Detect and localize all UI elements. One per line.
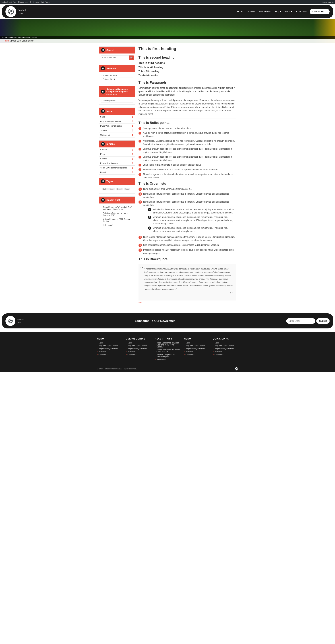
recent-post-1[interactable]: Diego Maradona's "Hand of God" and "Goal… xyxy=(103,206,133,210)
newsletter-submit-button[interactable]: Submit xyxy=(316,318,330,324)
heading-3: This is third heading xyxy=(138,61,236,64)
smenu-item-youth-dev[interactable]: Youth Development Programs ❯ xyxy=(99,166,135,170)
menu-item-contact[interactable]: Contact Us ❯ xyxy=(99,133,135,137)
admin-edit-page[interactable]: Edit Page xyxy=(41,1,50,3)
footer-recent-2[interactable]: Tickets on Sale for 1st Home Game of 202… xyxy=(156,349,180,353)
nav-blog[interactable]: Blog ▾ xyxy=(273,9,283,14)
menu-item-sitemap[interactable]: Site Map ❯ xyxy=(99,128,135,132)
bullet-icon: ❯ xyxy=(138,127,141,130)
footer-menu2-page[interactable]: Page With Right Sidebar xyxy=(185,348,205,350)
category-link[interactable]: Uncategorized xyxy=(103,100,115,102)
blockquote-box: " "Praesent in augue turpis. Nullam vita… xyxy=(138,264,236,301)
nav-service[interactable]: Service xyxy=(246,9,257,14)
archive-link[interactable]: October 2023 xyxy=(103,78,115,80)
footer-col-useful: Usefull Links Shop Blog With Right Sideb… xyxy=(126,338,151,362)
order-number: 4 xyxy=(138,236,142,239)
bullet-icon: ❯ xyxy=(138,173,141,176)
newsletter-email-input[interactable] xyxy=(286,318,315,324)
chevron-right-icon: ❯ xyxy=(132,120,133,122)
edit-link[interactable]: Edit xyxy=(138,302,236,304)
bullet-section-title: This is Bullet points xyxy=(138,121,236,125)
admin-count: 6 xyxy=(30,1,31,3)
footer-quick-contact[interactable]: Contact Us xyxy=(214,354,223,356)
list-item: 5 Sed imperdiet venenatis justo a ornare… xyxy=(138,244,236,247)
admin-customize[interactable]: Customize xyxy=(18,1,27,3)
footer-menu-sitemap[interactable]: Site Map xyxy=(98,350,105,352)
list-item: Site Map xyxy=(213,350,238,352)
footer-recent-1[interactable]: Diego Maradona's "Hand of God" and "Goal… xyxy=(156,342,180,348)
category-list: Uncategorized xyxy=(101,99,133,103)
footer-recent-4[interactable]: Hello world! xyxy=(156,358,166,360)
footer-useful-blog[interactable]: Blog With Right Sidebar xyxy=(127,345,147,347)
list-item: Tickets on Sale for 1st Home Game of 202… xyxy=(155,349,180,353)
smenu-item-futsal[interactable]: Futsal ❯ xyxy=(99,170,135,174)
list-item: Tickets on Sale for 1st Home Game of 202… xyxy=(101,211,133,217)
recent-post-2[interactable]: Tickets on Sale for 1st Home Game of 202… xyxy=(103,212,133,216)
tag-poor[interactable]: Poor xyxy=(124,188,130,190)
archive-link[interactable]: November 2023 xyxy=(103,74,117,76)
recent-post-3[interactable]: National Leagues 2017 Season Begins xyxy=(103,218,133,222)
tag-good[interactable]: Good xyxy=(116,188,123,190)
breadcrumb-home[interactable]: Home xyxy=(4,40,9,42)
footer-useful-list: Shop Blog With Right Sidebar Page With R… xyxy=(126,342,151,356)
bullet-icon: ❯ xyxy=(138,140,141,142)
footer-recent-3[interactable]: National Leagues 2017 Season Begins xyxy=(156,354,180,358)
tag-best[interactable]: Best xyxy=(108,188,115,190)
list-item: ❯ Nunc quis ante et enim viverra porttit… xyxy=(138,126,236,130)
list-item: Site Map xyxy=(126,350,151,352)
footer-menu-blog[interactable]: Blog With Right Sidebar xyxy=(98,345,118,347)
section-divider xyxy=(138,118,236,118)
menu-item-blog-right[interactable]: Blog With Right Sidebar ❯ xyxy=(99,119,135,124)
list-item: Hello world! xyxy=(155,358,180,360)
search-input[interactable] xyxy=(101,56,129,60)
list-item: Blog With Right Sidebar xyxy=(97,345,122,347)
admin-site-link[interactable]: football-club-Pro xyxy=(1,1,16,3)
smenu-item-player-dev[interactable]: Player Development ❯ xyxy=(99,161,135,166)
footer-menu-shop[interactable]: Shop xyxy=(98,342,103,344)
breadcrumb-current: Page With Left Sidebar xyxy=(11,40,33,42)
footer-quick-shop[interactable]: Shop xyxy=(214,342,219,344)
list-item: ❯ Phasellus egestas, nulla et vestibulum… xyxy=(138,173,236,179)
nav-home[interactable]: Home xyxy=(236,9,245,14)
bullet-list: ❯ Nunc quis ante et enim viverra porttit… xyxy=(138,126,236,179)
tag-ball[interactable]: Ball xyxy=(102,188,108,190)
list-item: 6 Phasellus egestas, nulla et vestibulum… xyxy=(138,248,236,255)
recent-post-4[interactable]: Hello world! xyxy=(103,224,113,226)
footer-menu2-sitemap[interactable]: Site Map xyxy=(185,350,193,352)
footer-quick-sitemap[interactable]: Site Map xyxy=(214,350,222,352)
admin-new[interactable]: + New xyxy=(33,1,39,3)
footer-useful-shop[interactable]: Shop xyxy=(127,342,132,344)
footer-quick-blog[interactable]: Blog With Right Sidebar xyxy=(214,345,234,347)
smenu-item-course[interactable]: Course ❯ xyxy=(99,148,135,152)
heading-5: This is fifth heading xyxy=(138,70,236,72)
quote-close-icon: " xyxy=(144,291,233,298)
smenu-item-event[interactable]: Event ❯ xyxy=(99,152,135,156)
smenu-item-service[interactable]: Service ❯ xyxy=(99,156,135,161)
list-item: Shop xyxy=(213,342,238,344)
list-item: 2 Vivamus pretium neque libero, sed dign… xyxy=(148,216,236,225)
footer-menu-contact[interactable]: Contact Us xyxy=(98,354,107,356)
menu-item-page-right[interactable]: Page With Right Sidebar ❯ xyxy=(99,124,135,128)
bullet-icon: ❯ xyxy=(138,164,141,166)
footer-menu2-shop[interactable]: Shop xyxy=(185,342,190,344)
list-item: Contact Us ❯ xyxy=(99,133,135,137)
footer-menu2-contact[interactable]: Contact Us xyxy=(185,354,194,356)
menu-item-shop[interactable]: Shop ❯ xyxy=(99,114,135,119)
nav-contact[interactable]: Contact Us xyxy=(294,9,309,14)
search-button[interactable]: 🔍 xyxy=(129,56,134,60)
footer-useful-page[interactable]: Page With Right Sidebar xyxy=(127,348,147,350)
footer-menu-page[interactable]: Page With Right Sidebar xyxy=(98,348,118,350)
categories-widget-icon: ⚽ xyxy=(101,90,105,94)
list-item: ❯ Vivamus pretium neque libero, sed dign… xyxy=(138,155,236,162)
footer-useful-contact[interactable]: Contact Us xyxy=(127,354,136,356)
list-item: 2 Nam ac nibh id turpis efficitur pellen… xyxy=(138,192,236,199)
footer-menu2-blog[interactable]: Blog With Right Sidebar xyxy=(185,345,205,347)
nav-shortcode[interactable]: Shortcode ▾ xyxy=(257,9,273,14)
blockquote-section-title: This is Blockquote xyxy=(138,257,236,261)
contact-us-button[interactable]: Contact Us xyxy=(310,9,330,14)
footer-quick-page[interactable]: Page With Right Sidebar xyxy=(214,348,234,350)
footer-useful-sitemap[interactable]: Site Map xyxy=(127,350,134,352)
smenu-list: Course ❯ Event ❯ Service ❯ Player Develo… xyxy=(99,148,135,175)
categories-widget-body: Uncategorized xyxy=(99,97,135,104)
nav-page[interactable]: Page ▾ xyxy=(283,9,294,14)
